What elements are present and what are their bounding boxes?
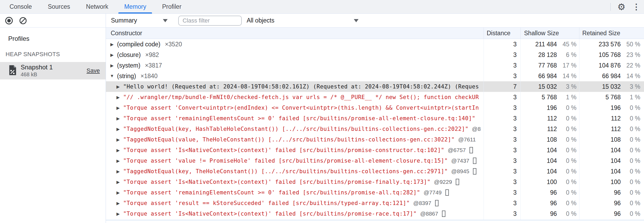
constructor-cell: ▶"Torque assert 'Convert<uintptr>(endInd… (106, 102, 484, 113)
size-percent: 22 % (621, 62, 643, 69)
perspective-select[interactable]: Summary (111, 17, 168, 24)
distance-cell: 3 (484, 200, 520, 207)
table-row[interactable]: ▶(compiled code)×35203211 48445 %233 576… (106, 39, 644, 50)
table-row[interactable]: ▶"Torque assert 'Convert<uintptr>(endInd… (106, 102, 644, 113)
missing-glyph-box-icon (445, 189, 449, 196)
size-percent: 45 % (557, 41, 579, 48)
instance-count: ×1840 (141, 73, 158, 80)
size-bytes: 77 768 (520, 62, 557, 69)
retained-size-cell: 233 57650 % (579, 41, 644, 48)
column-header-distance[interactable]: Distance (484, 28, 520, 39)
size-percent: 0 % (557, 104, 579, 112)
table-row[interactable]: ▶"TaggedNotEqual(value, TheHoleConstant(… (106, 134, 644, 145)
triangle-collapsed-icon[interactable]: ▶ (115, 148, 121, 153)
shallow-size-cell: 1080 % (520, 136, 579, 143)
devtools-tabbar: ConsoleSourcesNetworkMemoryProfiler ⚙ ⋮ (0, 0, 644, 14)
retained-size-cell: 960 % (579, 210, 644, 217)
size-percent: 50 % (621, 41, 643, 48)
size-percent: 0 % (557, 147, 579, 154)
size-bytes: 28 128 (520, 51, 557, 59)
string-value: "// .wrangler/tmp/bundle-FmNIt0/checked-… (123, 94, 479, 100)
column-header-constructor[interactable]: Constructor (106, 28, 484, 39)
column-header-shallow-size[interactable]: Shallow Size (520, 28, 579, 39)
retained-size-cell: 15 0323 % (579, 83, 644, 90)
tab-console[interactable]: Console (2, 0, 40, 14)
triangle-collapsed-icon[interactable]: ▶ (115, 201, 121, 206)
size-bytes: 108 (579, 136, 621, 143)
table-row[interactable]: ▼(string)×1840366 98414 %66 98414 % (106, 71, 644, 81)
more-vertical-icon[interactable]: ⋮ (632, 3, 640, 11)
profiles-toolbar (0, 14, 106, 28)
constructor-cell: ▶"Torque assert 'value != PromiseHole' f… (106, 155, 484, 166)
size-bytes: 15 032 (579, 83, 621, 90)
tab-profiler[interactable]: Profiler (154, 0, 189, 14)
tab-memory[interactable]: Memory (116, 0, 154, 14)
table-row[interactable]: ▶"Torque assert 'Is<NativeContext>(conte… (106, 145, 644, 155)
triangle-expanded-icon[interactable]: ▼ (109, 74, 115, 78)
column-header-retained-size[interactable]: Retained Size (579, 28, 644, 39)
size-percent: 0 % (557, 168, 579, 175)
string-value: "Torque assert 'Is<NativeContext>(contex… (123, 211, 417, 217)
distance-cell: 3 (484, 51, 520, 59)
triangle-collapsed-icon[interactable]: ▶ (115, 158, 121, 163)
triangle-collapsed-icon[interactable]: ▶ (115, 105, 121, 110)
triangle-collapsed-icon[interactable]: ▶ (109, 63, 115, 68)
constructor-cell: ▶"TaggedNotEqual(key, HashTableHoleConst… (106, 124, 484, 134)
triangle-collapsed-icon[interactable]: ▶ (115, 127, 121, 132)
sidebar-item-snapshot-1[interactable]: Snapshot 1 468 kB Save (0, 62, 106, 79)
retained-size-cell: 960 % (579, 200, 644, 207)
distance-cell: 3 (484, 94, 520, 101)
triangle-collapsed-icon[interactable]: ▶ (115, 180, 121, 185)
clear-profiles-icon[interactable] (19, 17, 27, 25)
size-bytes: 96 (520, 200, 557, 207)
string-value: "TaggedNotEqual(key, TheHoleConstant()) … (123, 168, 448, 175)
table-row[interactable]: ▶"Torque assert 'result == kStoreSuccede… (106, 198, 644, 208)
heap-snapshot-grid: Constructor Distance Shallow Size Retain… (106, 28, 644, 223)
size-percent: 0 % (621, 136, 643, 143)
table-row[interactable]: ▶"Hello world! (Requested at: 2024-08-19… (106, 81, 644, 92)
shallow-size-cell: 5 7681 % (520, 94, 579, 101)
size-percent: 0 % (557, 126, 579, 133)
shallow-size-cell: 1040 % (520, 168, 579, 175)
triangle-collapsed-icon[interactable]: ▶ (115, 137, 121, 142)
missing-glyph-box-icon (473, 168, 476, 175)
table-row[interactable]: ▶(closure)×982328 1286 %105 76823 % (106, 50, 644, 60)
string-value: "Torque assert 'Is<NativeContext>(contex… (123, 147, 444, 153)
size-percent: 0 % (621, 126, 643, 133)
object-id: @8945 (451, 168, 469, 175)
retained-size-cell: 1120 % (579, 126, 644, 133)
triangle-collapsed-icon[interactable]: ▶ (115, 116, 121, 121)
missing-glyph-box-icon (442, 211, 445, 217)
size-percent: 0 % (621, 147, 643, 154)
table-row[interactable]: ▶"Torque assert 'remainingElementsCount … (106, 113, 644, 124)
table-row[interactable]: ▶"TaggedNotEqual(key, TheHoleConstant())… (106, 166, 644, 177)
table-row[interactable]: ▶"// .wrangler/tmp/bundle-FmNIt0/checked… (106, 92, 644, 102)
triangle-collapsed-icon[interactable]: ▶ (115, 84, 121, 89)
triangle-collapsed-icon[interactable]: ▶ (115, 211, 121, 216)
size-percent: 1 % (621, 94, 643, 101)
table-row[interactable]: ▶"Torque assert 'value != PromiseHole' f… (106, 155, 644, 166)
size-bytes: 104 (579, 168, 621, 175)
table-row[interactable]: ▶(system)×3817377 76817 %104 87622 % (106, 60, 644, 71)
table-row[interactable]: ▶"Torque assert 'Is<NativeContext>(conte… (106, 208, 644, 219)
object-filter-select[interactable]: All objects (247, 17, 359, 24)
table-row[interactable]: ▶"Torque assert 'Is<NativeContext>(conte… (106, 177, 644, 187)
string-value: "Torque assert 'remainingElementsCount >… (123, 115, 475, 122)
triangle-collapsed-icon[interactable]: ▶ (115, 169, 121, 174)
profiles-sidebar: Profiles HEAP SNAPSHOTS Snapshot 1 468 k… (0, 14, 106, 223)
save-snapshot-link[interactable]: Save (87, 67, 100, 74)
triangle-collapsed-icon[interactable]: ▶ (109, 52, 115, 57)
triangle-collapsed-icon[interactable]: ▶ (115, 190, 121, 195)
tab-sources[interactable]: Sources (40, 0, 78, 14)
table-row[interactable]: ▶"TaggedNotEqual(key, HashTableHoleConst… (106, 124, 644, 134)
record-heap-snapshot-icon[interactable] (5, 16, 13, 25)
tab-network[interactable]: Network (78, 0, 116, 14)
class-filter-input[interactable] (178, 16, 242, 26)
settings-gear-icon[interactable]: ⚙ (618, 2, 625, 11)
table-row[interactable]: ▶"Torque assert 'remainingElementsCount … (106, 187, 644, 198)
triangle-collapsed-icon[interactable]: ▶ (115, 95, 121, 100)
distance-cell: 3 (484, 126, 520, 133)
constructor-name: (system) (117, 62, 140, 69)
size-percent: 0 % (621, 115, 643, 122)
triangle-collapsed-icon[interactable]: ▶ (109, 42, 115, 47)
